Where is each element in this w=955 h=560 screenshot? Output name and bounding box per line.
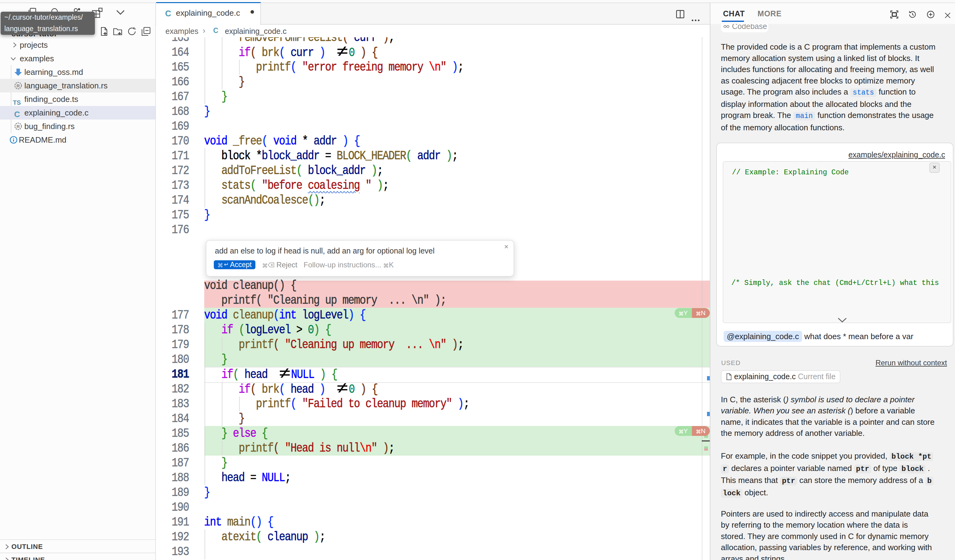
svg-text:R: R bbox=[17, 83, 20, 88]
svg-text:R: R bbox=[17, 124, 20, 129]
